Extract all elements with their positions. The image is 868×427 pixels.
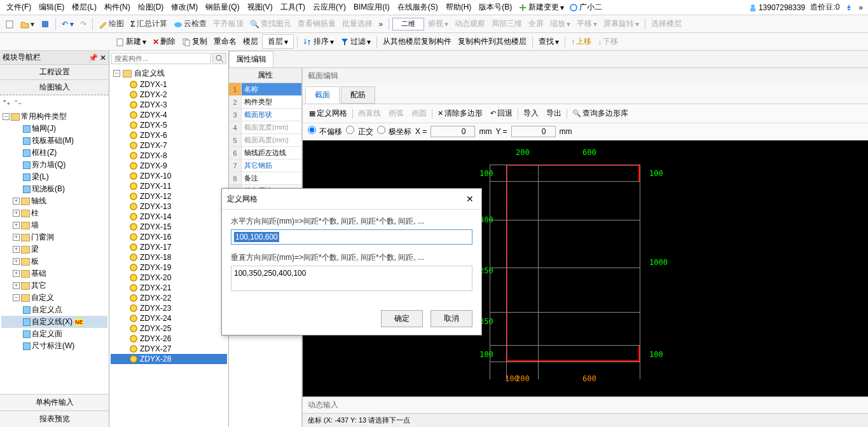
footer-report-preview[interactable]: 报表预览 xyxy=(0,410,109,427)
redo-icon[interactable]: ↷ xyxy=(78,18,89,30)
cancel-button[interactable]: 取消 xyxy=(431,310,472,327)
tree-group[interactable]: +柱 xyxy=(1,207,107,219)
tree-item[interactable]: 剪力墙(Q) xyxy=(1,159,107,171)
movedown-button[interactable]: ↓ 下移 xyxy=(595,35,621,48)
search-button[interactable] xyxy=(212,53,226,64)
radio-ortho[interactable]: 正交 xyxy=(346,126,373,137)
radio-polar[interactable]: 极坐标 xyxy=(377,126,411,137)
menu-bim[interactable]: BIM应用(I) xyxy=(350,1,394,14)
new-button[interactable]: 新建 ▾ xyxy=(113,35,149,48)
tree-item[interactable]: 梁(L) xyxy=(1,171,107,183)
component-item[interactable]: ZDYX-16 xyxy=(111,232,227,242)
local3d-button[interactable]: 局部三维 xyxy=(489,17,525,30)
menu-help[interactable]: 帮助(H) xyxy=(442,1,476,14)
menu-edit[interactable]: 编辑(E) xyxy=(35,1,68,14)
find-button[interactable]: 查找 ▾ xyxy=(536,35,561,48)
findgraph-button[interactable]: 🔍 查找图元 xyxy=(247,17,294,30)
filter-button[interactable]: 过滤 ▾ xyxy=(338,35,373,48)
tree-group[interactable]: +梁 xyxy=(1,243,107,255)
h-spacing-input[interactable]: 100,100,600 xyxy=(231,229,472,245)
tree-item[interactable]: 轴网(J) xyxy=(1,123,107,135)
menu-rebar[interactable]: 钢筋量(Q) xyxy=(202,1,243,14)
pan-button[interactable]: 平移 ▾ xyxy=(574,17,600,30)
menu-component[interactable]: 构件(N) xyxy=(100,1,134,14)
bell-icon[interactable] xyxy=(842,2,856,13)
component-item[interactable]: ZDYX-20 xyxy=(111,273,227,283)
prop-row[interactable]: 3截面形状 xyxy=(229,109,301,121)
floor-dropdown[interactable]: 首层 ▾ xyxy=(262,34,294,49)
tree-group[interactable]: +轴线 xyxy=(1,195,107,207)
prop-row[interactable]: 1名称 xyxy=(229,83,301,96)
more-icon[interactable]: » xyxy=(376,18,386,30)
component-item[interactable]: ZDYX-12 xyxy=(111,191,227,201)
component-item[interactable]: ZDYX-6 xyxy=(111,130,227,140)
dialog-close-button[interactable]: ✕ xyxy=(464,193,476,205)
prop-row[interactable]: 7其它钢筋 xyxy=(229,159,301,172)
component-item[interactable]: ZDYX-21 xyxy=(111,283,227,293)
tab-section[interactable]: 截面 xyxy=(305,86,340,104)
component-item[interactable]: ZDYX-5 xyxy=(111,120,227,130)
sort-button[interactable]: 排序 ▾ xyxy=(301,35,336,48)
copyto-button[interactable]: 复制构件到其他楼层 xyxy=(455,35,529,48)
batchsel-button[interactable]: 批量选择 xyxy=(340,17,375,30)
component-item[interactable]: ZDYX-9 xyxy=(111,161,227,171)
agent-button[interactable]: 广小二 xyxy=(567,1,605,14)
component-item[interactable]: ZDYX-27 xyxy=(111,344,227,354)
undo-button[interactable]: ↶ 回退 xyxy=(488,107,515,120)
menu-file[interactable]: 文件(F) xyxy=(3,1,35,14)
sumcalc-button[interactable]: Σ 汇总计算 xyxy=(128,17,169,30)
clearpoly-button[interactable]: ✕ 清除多边形 xyxy=(435,107,485,120)
tree-root[interactable]: −常用构件类型 xyxy=(1,111,107,123)
component-item[interactable]: ZDYX-10 xyxy=(111,171,227,181)
tree-item[interactable]: 自定义点 xyxy=(1,304,107,316)
component-item[interactable]: ZDYX-24 xyxy=(111,313,227,323)
arc-button[interactable]: 画弧 xyxy=(386,107,406,120)
fullscreen-button[interactable]: 全屏 xyxy=(526,17,546,30)
cloudcheck-button[interactable]: 云检查 xyxy=(171,17,209,30)
viewrebar-button[interactable]: 查看钢筋量 xyxy=(295,17,338,30)
menu-draw[interactable]: 绘图(D) xyxy=(134,1,168,14)
dynamic-input-bar[interactable]: 动态输入 xyxy=(303,396,868,413)
tree-group[interactable]: +门窗洞 xyxy=(1,231,107,243)
querylib-button[interactable]: 🔍 查询多边形库 xyxy=(570,107,631,120)
tab-project-settings[interactable]: 工程设置 xyxy=(0,65,109,80)
y-input[interactable]: 0 xyxy=(511,126,556,137)
component-item[interactable]: ZDYX-17 xyxy=(111,242,227,252)
delete-button[interactable]: ✕ 删除 xyxy=(150,35,178,48)
zoom-button[interactable]: 缩放 ▾ xyxy=(548,17,573,30)
dynview-button[interactable]: 动态观察 xyxy=(452,17,488,30)
component-item[interactable]: ZDYX-14 xyxy=(111,212,227,222)
undo-icon[interactable]: ↶ ▾ xyxy=(59,18,76,30)
component-item[interactable]: ZDYX-23 xyxy=(111,303,227,313)
component-item[interactable]: ZDYX-18 xyxy=(111,252,227,262)
line-button[interactable]: 画直线 xyxy=(355,107,383,120)
component-item[interactable]: ZDYX-15 xyxy=(111,222,227,232)
defgrid-button[interactable]: ▦ 定义网格 xyxy=(307,107,350,120)
component-item[interactable]: ZDYX-19 xyxy=(111,262,227,273)
component-item[interactable]: ZDYX-4 xyxy=(111,110,227,120)
search-input[interactable] xyxy=(111,53,211,64)
component-root[interactable]: −自定义线 xyxy=(111,67,227,79)
footer-single-input[interactable]: 单构件输入 xyxy=(0,394,109,410)
open-icon[interactable]: ▾ xyxy=(18,18,37,30)
prop-row[interactable]: 6轴线距左边线 xyxy=(229,147,301,159)
new-change-button[interactable]: 新建变更 ▾ xyxy=(516,1,567,14)
collapse-all-icon[interactable]: ⁻₋ xyxy=(14,98,22,107)
copyfrom-button[interactable]: 从其他楼层复制构件 xyxy=(380,35,454,48)
component-item[interactable]: ZDYX-26 xyxy=(111,334,227,344)
import-button[interactable]: 导入 xyxy=(521,107,541,120)
pin-icon[interactable]: 📌 ✕ xyxy=(88,53,106,62)
save-icon[interactable] xyxy=(38,18,52,30)
tab-rebar[interactable]: 配筋 xyxy=(341,86,375,104)
tree-item[interactable]: 自定义线(X)NE xyxy=(1,316,107,328)
tree-group[interactable]: +墙 xyxy=(1,219,107,231)
radio-nooffset[interactable]: 不偏移 xyxy=(308,126,342,137)
tab-property-edit[interactable]: 属性编辑 xyxy=(229,51,273,67)
prop-row[interactable]: 8备注 xyxy=(229,172,301,185)
expand-icon[interactable]: » xyxy=(856,2,865,13)
tree-group[interactable]: +板 xyxy=(1,255,107,268)
component-item[interactable]: ZDYX-1 xyxy=(111,79,227,90)
component-item[interactable]: ZDYX-11 xyxy=(111,181,227,191)
dim-mode-dropdown[interactable]: 二维 xyxy=(392,18,424,30)
menu-tools[interactable]: 工具(T) xyxy=(277,1,309,14)
